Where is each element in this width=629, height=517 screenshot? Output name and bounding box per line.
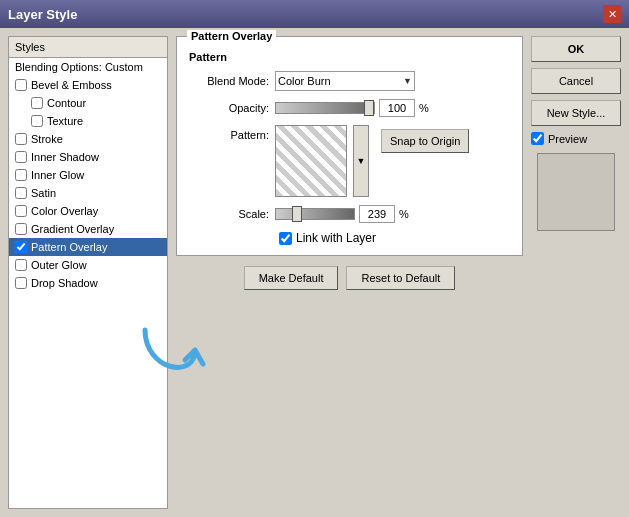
sidebar-item-pattern-overlay[interactable]: Pattern Overlay: [9, 238, 167, 256]
inner-glow-checkbox[interactable]: [15, 169, 27, 181]
scale-slider-container: 239 %: [275, 205, 510, 223]
sidebar-item-blending-options[interactable]: Blending Options: Custom: [9, 58, 167, 76]
scale-row: Scale: 239 %: [189, 205, 510, 223]
reset-to-default-button[interactable]: Reset to Default: [346, 266, 455, 290]
sidebar-item-stroke[interactable]: Stroke: [9, 130, 167, 148]
inner-glow-label: Inner Glow: [31, 169, 84, 181]
pattern-overlay-label: Pattern Overlay: [31, 241, 107, 253]
preview-checkbox[interactable]: [531, 132, 544, 145]
center-panel: Pattern Overlay Pattern Blend Mode: Colo…: [176, 36, 523, 509]
contour-checkbox[interactable]: [31, 97, 43, 109]
drop-shadow-label: Drop Shadow: [31, 277, 98, 289]
pattern-overlay-group: Pattern Overlay Pattern Blend Mode: Colo…: [176, 36, 523, 256]
bevel-emboss-checkbox[interactable]: [15, 79, 27, 91]
sidebar-item-drop-shadow[interactable]: Drop Shadow: [9, 274, 167, 292]
sidebar-item-bevel-emboss[interactable]: Bevel & Emboss: [9, 76, 167, 94]
default-buttons-row: Make Default Reset to Default: [176, 266, 523, 290]
sidebar-item-gradient-overlay[interactable]: Gradient Overlay: [9, 220, 167, 238]
left-panel: Styles Blending Options: Custom Bevel & …: [8, 36, 168, 509]
sub-title: Pattern: [189, 51, 510, 63]
blending-options-label: Blending Options: Custom: [15, 61, 143, 73]
contour-label: Contour: [47, 97, 86, 109]
link-with-layer-label: Link with Layer: [296, 231, 376, 245]
pattern-dropdown-button[interactable]: ▼: [353, 125, 369, 197]
group-title: Pattern Overlay: [187, 30, 276, 42]
ok-button[interactable]: OK: [531, 36, 621, 62]
pattern-preview: [275, 125, 347, 197]
pattern-label: Pattern:: [189, 125, 269, 141]
bevel-emboss-label: Bevel & Emboss: [31, 79, 112, 91]
color-overlay-checkbox[interactable]: [15, 205, 27, 217]
scale-unit: %: [399, 208, 409, 220]
scale-label: Scale:: [189, 208, 269, 220]
sidebar-item-satin[interactable]: Satin: [9, 184, 167, 202]
dialog-body: Styles Blending Options: Custom Bevel & …: [0, 28, 629, 517]
opacity-slider-container: 100 %: [275, 99, 510, 117]
styles-header: Styles: [9, 37, 167, 58]
gradient-overlay-label: Gradient Overlay: [31, 223, 114, 235]
inner-shadow-label: Inner Shadow: [31, 151, 99, 163]
opacity-row: Opacity: 100 %: [189, 99, 510, 117]
link-with-layer-checkbox[interactable]: [279, 232, 292, 245]
snap-to-origin-button[interactable]: Snap to Origin: [381, 129, 469, 153]
outer-glow-label: Outer Glow: [31, 259, 87, 271]
stroke-checkbox[interactable]: [15, 133, 27, 145]
blend-mode-value: Color Burn: [278, 75, 331, 87]
sidebar-item-color-overlay[interactable]: Color Overlay: [9, 202, 167, 220]
preview-label: Preview: [548, 133, 587, 145]
scale-slider[interactable]: [275, 208, 355, 220]
close-button[interactable]: ✕: [603, 5, 621, 23]
sidebar-item-outer-glow[interactable]: Outer Glow: [9, 256, 167, 274]
link-with-layer-row: Link with Layer: [189, 231, 510, 245]
sidebar-item-inner-glow[interactable]: Inner Glow: [9, 166, 167, 184]
drop-shadow-checkbox[interactable]: [15, 277, 27, 289]
preview-area: [537, 153, 615, 231]
texture-label: Texture: [47, 115, 83, 127]
gradient-overlay-checkbox[interactable]: [15, 223, 27, 235]
opacity-unit: %: [419, 102, 429, 114]
satin-label: Satin: [31, 187, 56, 199]
sidebar-item-texture[interactable]: Texture: [9, 112, 167, 130]
pattern-overlay-checkbox[interactable]: [15, 241, 27, 253]
cancel-button[interactable]: Cancel: [531, 68, 621, 94]
title-bar: Layer Style ✕: [0, 0, 629, 28]
scale-value-input[interactable]: 239: [359, 205, 395, 223]
opacity-value-input[interactable]: 100: [379, 99, 415, 117]
opacity-label: Opacity:: [189, 102, 269, 114]
sidebar-item-contour[interactable]: Contour: [9, 94, 167, 112]
texture-checkbox[interactable]: [31, 115, 43, 127]
opacity-slider[interactable]: [275, 102, 375, 114]
outer-glow-checkbox[interactable]: [15, 259, 27, 271]
dialog-title: Layer Style: [8, 7, 77, 22]
blend-mode-row: Blend Mode: Color Burn ▼: [189, 71, 510, 91]
satin-checkbox[interactable]: [15, 187, 27, 199]
color-overlay-label: Color Overlay: [31, 205, 98, 217]
right-panel: OK Cancel New Style... Preview: [531, 36, 621, 509]
stroke-label: Stroke: [31, 133, 63, 145]
blend-mode-arrow-icon: ▼: [403, 76, 412, 86]
inner-shadow-checkbox[interactable]: [15, 151, 27, 163]
blend-mode-select[interactable]: Color Burn ▼: [275, 71, 415, 91]
blend-mode-label: Blend Mode:: [189, 75, 269, 87]
sidebar-item-inner-shadow[interactable]: Inner Shadow: [9, 148, 167, 166]
preview-row: Preview: [531, 132, 621, 145]
make-default-button[interactable]: Make Default: [244, 266, 339, 290]
new-style-button[interactable]: New Style...: [531, 100, 621, 126]
pattern-row: Pattern: ▼ Snap to Origin: [189, 125, 510, 197]
